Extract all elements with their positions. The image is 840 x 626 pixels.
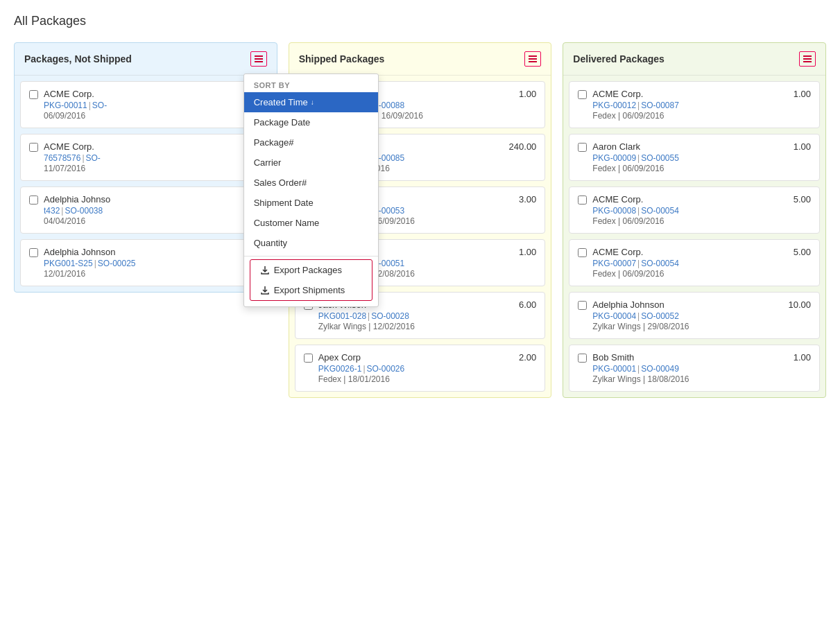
card-links: t432|SO-00038 <box>44 206 262 216</box>
package-checkbox[interactable] <box>29 143 38 152</box>
pkg-link[interactable]: PKG-00007 <box>592 259 636 268</box>
export-option-0[interactable]: Export Packages <box>250 260 372 280</box>
sort-option-0[interactable]: Created Time↓ <box>244 92 378 112</box>
pkg-link[interactable]: 76578576 <box>44 153 80 163</box>
so-link[interactable]: SO-00052 <box>641 311 679 321</box>
pkg-link[interactable]: PKG-00009 <box>592 153 636 163</box>
dropdown-menu-not-shipped: SORT BYCreated Time↓Package DatePackage#… <box>243 73 379 307</box>
sort-option-6[interactable]: Customer Name <box>244 213 378 233</box>
menu-button-shipped[interactable] <box>524 51 541 67</box>
so-link[interactable]: SO-00055 <box>641 153 679 163</box>
separator: | <box>89 101 91 110</box>
package-card: ACME Corp.5.00PKG-00007|SO-00054Fedex | … <box>569 239 820 286</box>
so-link[interactable]: SO-00028 <box>371 311 409 321</box>
sort-option-4[interactable]: Sales Order# <box>244 173 378 193</box>
card-top: ACME Corp. <box>44 89 262 99</box>
sort-option-5[interactable]: Shipment Date <box>244 193 378 213</box>
sort-option-2[interactable]: Package# <box>244 132 378 153</box>
card-links: PKG-00004|SO-00052 <box>592 311 811 321</box>
column-delivered: Delivered PackagesACME Corp.1.00PKG-0001… <box>563 42 826 398</box>
card-links: PKG001-S25|SO-00025 <box>44 259 262 268</box>
card-qty: 3.00 <box>519 194 536 205</box>
card-links: PKG-00009|SO-00055 <box>592 153 811 163</box>
sort-option-3[interactable]: Carrier <box>244 153 378 173</box>
card-qty: 1.00 <box>794 352 811 363</box>
column-body-not-shipped: ACME Corp.PKG-00011|SO-06/09/2016ACME Co… <box>15 76 277 292</box>
so-link[interactable]: SO-00054 <box>641 259 679 268</box>
package-card: Aaron Clark1.00PKG-00009|SO-00055Fedex |… <box>569 134 820 181</box>
package-card: Apex Corp2.00PKG0026-1|SO-00026Fedex | 1… <box>295 345 546 392</box>
so-link[interactable]: SO-00049 <box>641 364 679 374</box>
card-qty: 1.00 <box>794 89 811 99</box>
pkg-link[interactable]: PKG-00008 <box>592 206 636 216</box>
package-checkbox[interactable] <box>578 301 587 310</box>
package-checkbox[interactable] <box>29 248 38 257</box>
card-qty: 6.00 <box>519 299 536 310</box>
separator: | <box>82 153 84 163</box>
card-meta: Zylkar Wings | 12/02/2016 <box>318 322 537 331</box>
card-meta: 06/09/2016 <box>44 111 262 121</box>
card-qty: 1.00 <box>794 141 811 152</box>
package-card: ACME Corp.PKG-00011|SO-06/09/2016 <box>20 81 271 128</box>
sort-option-7[interactable]: Quantity <box>244 233 378 253</box>
card-name: Aaron Clark <box>592 141 640 152</box>
pkg-link[interactable]: PKG-00004 <box>592 311 636 321</box>
so-link[interactable]: SO- <box>92 101 107 110</box>
card-qty: 5.00 <box>794 247 811 257</box>
pkg-link[interactable]: PKG-00012 <box>592 101 636 110</box>
pkg-link[interactable]: PKG-00001 <box>592 364 636 374</box>
package-checkbox[interactable] <box>578 195 587 205</box>
card-qty: 10.00 <box>788 299 811 310</box>
menu-button-not-shipped[interactable] <box>250 51 267 67</box>
export-option-1[interactable]: Export Shipments <box>250 280 372 300</box>
export-box: Export Packages Export Shipments <box>250 259 372 301</box>
so-link[interactable]: SO-00025 <box>98 259 136 268</box>
package-checkbox[interactable] <box>578 143 587 152</box>
menu-button-delivered[interactable] <box>799 51 816 67</box>
sort-option-1[interactable]: Package Date <box>244 112 378 132</box>
card-top: Aaron Clark1.00 <box>592 141 811 152</box>
card-meta: Zylkar Wings | 29/08/2016 <box>592 322 811 331</box>
so-link[interactable]: SO-00026 <box>367 364 405 374</box>
separator: | <box>637 259 640 268</box>
separator: | <box>363 364 365 374</box>
card-meta: 04/04/2016 <box>44 216 262 226</box>
card-meta: Fedex | 06/09/2016 <box>592 216 811 226</box>
separator: | <box>61 206 63 216</box>
so-link[interactable]: SO-00054 <box>641 206 679 216</box>
package-checkbox[interactable] <box>578 90 587 99</box>
so-link[interactable]: SO- <box>86 153 101 163</box>
card-meta: Fedex | 06/09/2016 <box>592 164 811 173</box>
card-links: PKG-00012|SO-00087 <box>592 101 811 110</box>
column-title-shipped: Shipped Packages <box>299 53 385 64</box>
package-checkbox[interactable] <box>578 248 587 257</box>
pkg-link[interactable]: t432 <box>44 206 60 216</box>
card-name: Adelphia Johnson <box>44 247 115 257</box>
card-content: ACME Corp.5.00PKG-00007|SO-00054Fedex | … <box>592 247 811 279</box>
column-not-shipped: Packages, Not ShippedSORT BYCreated Time… <box>14 42 277 293</box>
separator: | <box>637 206 640 216</box>
card-content: Apex Corp2.00PKG0026-1|SO-00026Fedex | 1… <box>318 352 537 384</box>
column-header-delivered: Delivered Packages <box>563 43 825 76</box>
package-checkbox[interactable] <box>29 195 38 205</box>
so-link[interactable]: SO-00087 <box>641 101 679 110</box>
package-checkbox[interactable] <box>29 90 38 99</box>
pkg-link[interactable]: PKG0026-1 <box>318 364 362 374</box>
separator: | <box>637 311 640 321</box>
card-links: 76578576|SO- <box>44 153 262 163</box>
pkg-link[interactable]: PKG-00011 <box>44 101 87 110</box>
card-name: Adelphia Johnso <box>44 194 110 205</box>
so-link[interactable]: SO-00038 <box>65 206 103 216</box>
card-name: Adelphia Johnson <box>592 299 664 310</box>
card-qty: 240.00 <box>509 141 537 152</box>
card-top: Adelphia Johnso <box>44 194 262 205</box>
pkg-link[interactable]: PKG001-028 <box>318 311 366 321</box>
card-top: Apex Corp2.00 <box>318 352 537 363</box>
card-meta: 12/01/2016 <box>44 269 262 279</box>
package-checkbox[interactable] <box>578 354 587 363</box>
package-checkbox[interactable] <box>304 354 313 363</box>
pkg-link[interactable]: PKG001-S25 <box>44 259 93 268</box>
card-links: PKG-00008|SO-00054 <box>592 206 811 216</box>
card-meta: 11/07/2016 <box>44 164 262 173</box>
card-content: Adelphia Johnson5.00PKG001-S25|SO-000251… <box>44 247 262 279</box>
